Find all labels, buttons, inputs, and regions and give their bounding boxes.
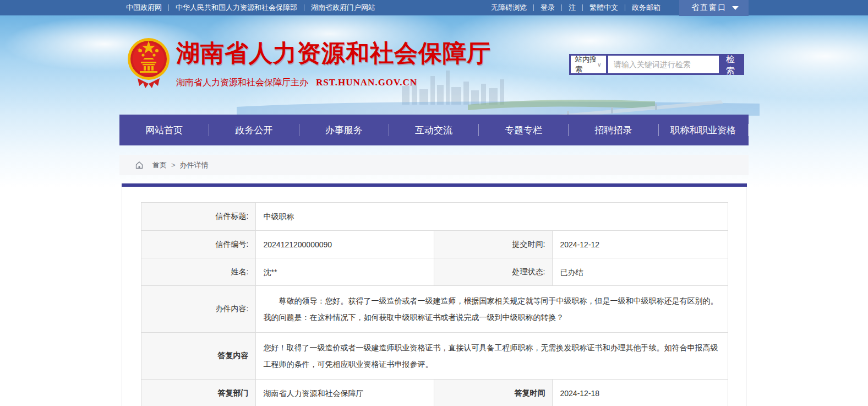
letter-content-text: 尊敬的领导：您好。获得了一级造价或者一级建造师，根据国家相关规定就等同于中级职称… [264,293,720,326]
field-label: 答复部门 [141,380,255,406]
link-gov-mail[interactable]: 政务邮箱 [625,3,667,13]
divider [748,124,749,136]
field-value: 已办结 [552,258,728,286]
field-label: 信件编号: [141,231,255,258]
table-row-reply-content: 答复内容 您好！取得了一级造价或者一级建造师职业资格证书，直接认可具备工程师职称… [141,333,728,380]
reply-content-text: 您好！取得了一级造价或者一级建造师职业资格证书，直接认可具备工程师职称，无需换发… [264,339,720,372]
letter-detail-table: 信件标题: 中级职称 信件编号: 2024121200000090 提交时间: … [141,202,728,406]
field-label: 答复时间 [434,380,552,406]
site-subtitle: 湖南省人力资源和社会保障厅主办 [176,77,308,89]
field-label: 提交时间: [434,231,552,258]
topbar-right-links: 无障碍浏览 登录 注 繁體中文 政务邮箱 省直窗口 [484,0,749,15]
link-traditional-chinese[interactable]: 繁體中文 [583,3,625,13]
provincial-window-label: 省直窗口 [691,3,727,13]
site-title: 湖南省人力资源和社会保障厅 [176,37,491,69]
search-input[interactable] [608,56,719,73]
table-row-content: 办件内容: 尊敬的领导：您好。获得了一级造价或者一级建造师，根据国家相关规定就等… [141,286,728,333]
nav-item-gov-affairs[interactable]: 政务公开 [209,124,298,137]
field-label: 处理状态: [434,258,552,286]
link-china-gov[interactable]: 中国政府网 [119,3,168,13]
link-login[interactable]: 登录 [534,3,561,13]
field-label: 姓名: [141,258,255,286]
field-value: 沈** [255,258,434,286]
field-label: 答复内容 [141,333,255,380]
field-value: 2024-12-12 [552,231,728,258]
link-register[interactable]: 注 [562,3,582,13]
table-row-reply-dept-time: 答复部门 湖南省人力资源和社会保障厅 答复时间 2024-12-18 [141,380,728,406]
field-label: 信件标题: [141,203,255,231]
topbar-left-links: 中国政府网 中华人民共和国人力资源和社会保障部 湖南省政府门户网站 [119,0,382,15]
breadcrumb-current: 办件详情 [180,160,209,170]
field-value: 2024121200000090 [255,231,434,258]
field-value: 2024-12-18 [552,380,728,406]
nav-item-recruitment[interactable]: 招聘招录 [569,124,658,137]
nav-item-services[interactable]: 办事服务 [299,124,389,137]
nav-item-home[interactable]: 网站首页 [119,124,209,137]
search-scope-select[interactable]: 站内搜索 ∨ [571,56,606,73]
site-brand: 湖南省人力资源和社会保障厅 湖南省人力资源和社会保障厅主办 RST.HUNAN.… [176,37,491,89]
site-domain: RST.HUNAN.GOV.CN [316,77,417,88]
link-mohrss[interactable]: 中华人民共和国人力资源和社会保障部 [169,3,304,13]
link-accessibility[interactable]: 无障碍浏览 [484,3,533,13]
search-button[interactable]: 检 索 [719,54,744,75]
site-search: 站内搜索 ∨ 检 索 [569,54,744,75]
link-hunan-gov-portal[interactable]: 湖南省政府门户网站 [304,3,382,13]
nav-item-interaction[interactable]: 互动交流 [389,124,478,137]
letter-detail-panel: 信件标题: 中级职称 信件编号: 2024121200000090 提交时间: … [122,187,747,406]
breadcrumb-home-link[interactable]: 首页 [152,160,167,170]
primary-nav: 网站首页 政务公开 办事服务 互动交流 专题专栏 招聘招录 职称和职业资格 [119,115,749,145]
field-value: 您好！取得了一级造价或者一级建造师职业资格证书，直接认可具备工程师职称，无需换发… [255,333,728,380]
breadcrumb: 首页 > 办件详情 [119,155,749,175]
field-label: 办件内容: [141,286,255,333]
site-header: 湖南省人力资源和社会保障厅 湖南省人力资源和社会保障厅主办 RST.HUNAN.… [119,15,749,115]
top-utility-bar: 中国政府网 中华人民共和国人力资源和社会保障部 湖南省政府门户网站 无障碍浏览 … [0,0,868,15]
nav-item-professional-titles[interactable]: 职称和职业资格 [659,124,748,137]
field-value: 尊敬的领导：您好。获得了一级造价或者一级建造师，根据国家相关规定就等同于中级职称… [255,286,728,333]
table-row-title: 信件标题: 中级职称 [141,203,728,231]
nav-item-special-topics[interactable]: 专题专栏 [479,124,568,137]
national-emblem-logo[interactable] [127,35,171,90]
chevron-down-icon: ∨ [597,61,602,68]
breadcrumb-separator: > [171,161,176,169]
field-value: 中级职称 [255,203,728,231]
chevron-down-icon [732,6,739,10]
field-value: 湖南省人力资源和社会保障厅 [255,380,434,406]
search-scope-label: 站内搜索 [575,55,597,74]
provincial-window-dropdown[interactable]: 省直窗口 [679,0,749,16]
table-row-name-status: 姓名: 沈** 处理状态: 已办结 [141,258,728,286]
home-icon[interactable] [135,161,144,169]
table-row-number-time: 信件编号: 2024121200000090 提交时间: 2024-12-12 [141,231,728,258]
